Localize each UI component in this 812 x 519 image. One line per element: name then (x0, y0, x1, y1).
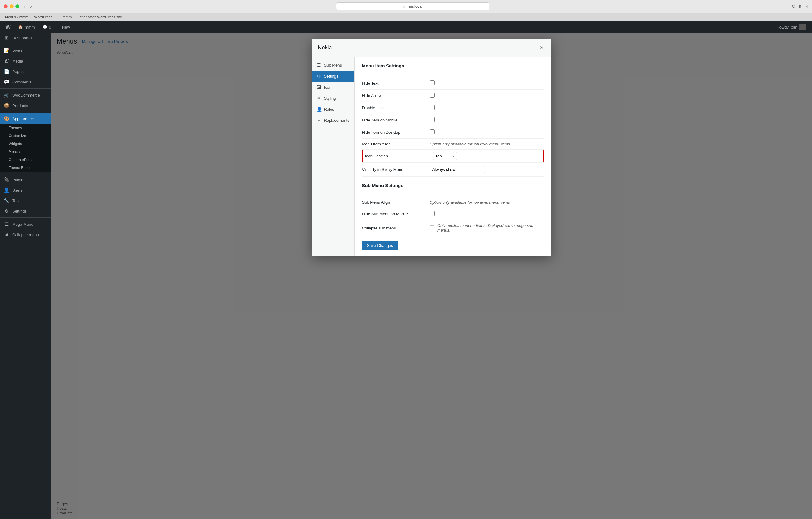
sidebar-item-users[interactable]: 👤 Users (0, 185, 51, 195)
products-icon: 📦 (4, 103, 9, 108)
reload-button[interactable]: ↻ (791, 3, 795, 9)
sidebar-item-dashboard[interactable]: ⊞ Dashboard (0, 32, 51, 43)
sidebar-item-theme-editor[interactable]: Theme Editor (0, 164, 51, 172)
comments-item[interactable]: 💬 0 (39, 22, 54, 32)
modal-overlay: Nokia × ☰ Sub Menu ⚙ Settings (51, 32, 812, 519)
hide-desktop-checkbox[interactable] (430, 129, 435, 134)
collapse-sub-control: Only applies to menu items displayed wit… (430, 223, 544, 233)
sidebar-item-widgets[interactable]: Widgets (0, 140, 51, 148)
comments-icon: 💬 (42, 25, 47, 29)
hide-sub-mobile-label: Hide Sub Menu on Mobile (362, 212, 430, 216)
maximize-dot[interactable] (16, 4, 19, 8)
modal-nav-roles[interactable]: 👤 Roles (312, 104, 354, 115)
sidebar-item-dashboard-label: Dashboard (12, 36, 32, 40)
sidebar-item-generatepress[interactable]: GeneratePress (0, 156, 51, 164)
modal-settings-content: Menu Item Settings Hide Text Hide Arrow (355, 57, 551, 256)
sidebar-item-pages[interactable]: 📄 Pages (0, 66, 51, 77)
sidebar-item-theme-editor-label: Theme Editor (8, 165, 31, 170)
sidebar-item-products[interactable]: 📦 Products (0, 100, 51, 111)
sidebar-item-media[interactable]: 🖼 Media (0, 56, 51, 66)
minimize-dot[interactable] (9, 4, 13, 8)
sidebar-item-mega-menu-label: Mega Menu (12, 222, 33, 227)
browser-nav: ‹ › (22, 3, 34, 10)
sidebar-divider-4 (0, 173, 51, 173)
sidebar-item-tools[interactable]: 🔧 Tools (0, 195, 51, 206)
howdy-item[interactable]: Howdy, tom (773, 24, 810, 30)
icon-position-highlighted: Icon Position Top Left Right Bottom (362, 150, 544, 162)
hide-mobile-checkbox[interactable] (430, 117, 435, 122)
modal-nav-settings[interactable]: ⚙ Settings (312, 70, 354, 82)
sub-menu-align-note: Option only available for top level menu… (430, 200, 510, 205)
collapse-icon: ◀ (4, 232, 9, 237)
sidebar-item-mega-menu[interactable]: ☰ Mega Menu (0, 219, 51, 230)
address-bar[interactable]: mmm.local (336, 2, 490, 10)
sidebar-item-generatepress-label: GeneratePress (8, 158, 33, 162)
admin-bar-right: Howdy, tom (773, 24, 810, 30)
hide-mobile-label: Hide Item on Mobile (362, 118, 430, 122)
modal-close-button[interactable]: × (539, 43, 545, 53)
visibility-sticky-label: Visibility in Sticky Menu (362, 167, 430, 172)
site-name-item[interactable]: 🏠 mmm (15, 22, 38, 32)
icon-position-label: Icon Position (365, 154, 433, 158)
admin-bar: W 🏠 mmm 💬 0 + New Howdy, tom (0, 22, 812, 32)
setting-collapse-sub: Collapse sub menu Only applies to menu i… (362, 220, 544, 236)
hide-sub-mobile-checkbox[interactable] (430, 211, 435, 216)
hide-desktop-control (430, 129, 544, 135)
sidebar-item-appearance[interactable]: 🎨 Appearance (0, 114, 51, 124)
setting-hide-sub-mobile: Hide Sub Menu on Mobile (362, 208, 544, 220)
sidebar-item-appearance-label: Appearance (12, 117, 34, 121)
users-icon: 👤 (4, 187, 9, 193)
modal-nav-icon-label: Icon (324, 85, 332, 90)
modal-nav-replacements[interactable]: ↔ Replacements (312, 115, 354, 126)
howdy-label: Howdy, tom (776, 25, 797, 29)
visibility-sticky-select[interactable]: Always show Hide Show only (430, 165, 485, 173)
woocommerce-icon: 🛒 (4, 92, 9, 98)
media-icon: 🖼 (4, 59, 9, 64)
setting-visibility-sticky: Visibility in Sticky Menu Always show Hi… (362, 162, 544, 177)
mega-menu-icon: ☰ (4, 221, 9, 227)
modal-nav-styling[interactable]: ✏ Styling (312, 93, 354, 104)
sidebar-divider-1 (0, 44, 51, 44)
sidebar-item-customize[interactable]: Customize (0, 132, 51, 140)
modal-nav-settings-label: Settings (324, 74, 339, 79)
hide-text-label: Hide Text (362, 81, 430, 86)
hide-arrow-checkbox[interactable] (430, 93, 435, 97)
setting-hide-mobile: Hide Item on Mobile (362, 114, 544, 126)
collapse-sub-checkbox[interactable] (430, 225, 434, 231)
sidebar-item-themes[interactable]: Themes (0, 124, 51, 132)
hide-mobile-control (430, 117, 544, 123)
sidebar-item-posts[interactable]: 📝 Posts (0, 46, 51, 56)
sub-menu-section-title: Sub Menu Settings (362, 183, 544, 192)
forward-button[interactable]: › (28, 3, 33, 10)
icon-position-select[interactable]: Top Left Right Bottom (433, 152, 457, 160)
sidebar-item-menus[interactable]: Menus (0, 148, 51, 156)
wp-main: ⊞ Dashboard 📝 Posts 🖼 Media 📄 Pages 💬 Co… (0, 32, 812, 519)
tab-site[interactable]: mmm – Just another WordPress site (57, 13, 127, 21)
sidebar-item-plugins[interactable]: 🔌 Plugins (0, 175, 51, 185)
menu-item-align-control: Option only available for top level menu… (430, 142, 544, 146)
sidebar-item-comments[interactable]: 💬 Comments (0, 77, 51, 87)
content-area: Menus Manage with Live Preview WooCo... … (51, 32, 812, 519)
modal-nav-sub-menu[interactable]: ☰ Sub Menu (312, 60, 354, 70)
hide-arrow-control (430, 93, 544, 98)
back-button[interactable]: ‹ (22, 3, 27, 10)
new-tab-button[interactable]: ⊡ (804, 3, 808, 9)
save-changes-button[interactable]: Save Changes (362, 241, 398, 250)
disable-link-control (430, 105, 544, 111)
wp-logo-item[interactable]: W (2, 22, 14, 32)
modal-nav-icon[interactable]: 🖼 Icon (312, 82, 354, 93)
close-dot[interactable] (4, 4, 8, 8)
modal-nav-styling-label: Styling (324, 96, 336, 101)
tab-wordpress-label: Menus ‹ mmm — WordPress (5, 15, 52, 19)
tab-wordpress[interactable]: Menus ‹ mmm — WordPress (0, 13, 57, 21)
sidebar-item-woocommerce[interactable]: 🛒 WooCommerce (0, 90, 51, 100)
disable-link-checkbox[interactable] (430, 105, 435, 110)
new-tab-icon[interactable]: + (802, 13, 812, 21)
sidebar-item-collapse[interactable]: ◀ Collapse menu (0, 230, 51, 240)
new-item[interactable]: + New (56, 22, 73, 32)
setting-hide-arrow: Hide Arrow (362, 90, 544, 102)
share-button[interactable]: ⬆ (798, 3, 802, 9)
hide-text-checkbox[interactable] (430, 80, 435, 85)
sidebar-item-settings[interactable]: ⚙ Settings (0, 206, 51, 216)
collapse-sub-label: Collapse sub menu (362, 226, 430, 231)
